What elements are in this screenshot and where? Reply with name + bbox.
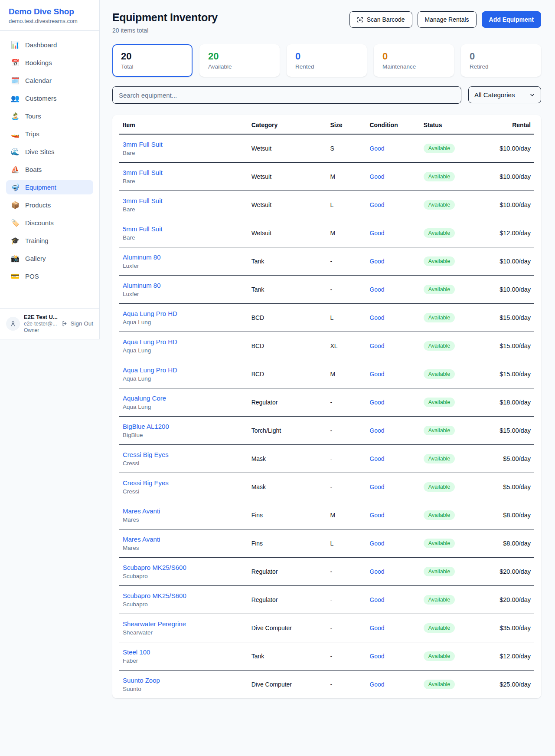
item-name-link[interactable]: Suunto Zoop — [123, 677, 245, 684]
condition-link[interactable]: Good — [369, 596, 384, 603]
category-select[interactable]: All Categories — [468, 86, 541, 103]
condition-link[interactable]: Good — [369, 314, 384, 321]
search-input[interactable] — [112, 86, 461, 104]
brand-name[interactable]: Demo Dive Shop — [9, 7, 91, 16]
status-badge: Available — [424, 172, 455, 181]
condition-link[interactable]: Good — [369, 286, 384, 293]
rental-price: $25.00/day — [486, 671, 534, 699]
sidebar-item-tours[interactable]: 🏝️ Tours — [6, 109, 93, 123]
stat-card-total[interactable]: 20 Total — [112, 44, 193, 77]
item-name-link[interactable]: 5mm Full Suit — [123, 225, 245, 233]
stat-card-maintenance[interactable]: 0 Maintenance — [374, 44, 454, 77]
sidebar-item-equipment[interactable]: 🤿 Equipment — [6, 180, 93, 194]
sidebar-item-bookings[interactable]: 📅 Bookings — [6, 56, 93, 70]
condition-link[interactable]: Good — [369, 540, 384, 547]
sidebar-item-customers[interactable]: 👥 Customers — [6, 91, 93, 105]
item-name-link[interactable]: Aqualung Core — [123, 394, 245, 402]
item-name-link[interactable]: Cressi Big Eyes — [123, 451, 245, 458]
rental-price: $12.00/day — [486, 219, 534, 247]
condition-link[interactable]: Good — [369, 455, 384, 462]
condition-link[interactable]: Good — [369, 201, 384, 208]
condition-link[interactable]: Good — [369, 681, 384, 688]
sidebar: Demo Dive Shop demo.test.divestreams.com… — [0, 0, 100, 339]
training-cap-icon: 🎓 — [11, 237, 20, 245]
toolbar-actions: Scan Barcode Manage Rentals Add Equipmen… — [349, 11, 541, 28]
status-badge: Available — [424, 256, 455, 266]
item-name-link[interactable]: Aqua Lung Pro HD — [123, 366, 245, 374]
stat-card-available[interactable]: 20 Available — [199, 44, 280, 77]
item-category: Tank — [248, 642, 327, 671]
sidebar-item-dive-sites[interactable]: 🌊 Dive Sites — [6, 145, 93, 159]
condition-link[interactable]: Good — [369, 568, 384, 575]
condition-link[interactable]: Good — [369, 258, 384, 265]
item-name-link[interactable]: Aluminum 80 — [123, 282, 245, 289]
item-name-link[interactable]: Aqua Lung Pro HD — [123, 310, 245, 317]
condition-link[interactable]: Good — [369, 625, 384, 631]
sidebar-item-boats[interactable]: ⛵ Boats — [6, 162, 93, 177]
condition-link[interactable]: Good — [369, 230, 384, 237]
manage-rentals-button[interactable]: Manage Rentals — [418, 11, 477, 28]
item-size: - — [326, 247, 366, 276]
item-name-link[interactable]: Shearwater Peregrine — [123, 620, 245, 628]
sidebar-item-pos[interactable]: 💳 POS — [6, 269, 93, 283]
item-name-link[interactable]: Aluminum 80 — [123, 253, 245, 261]
condition-link[interactable]: Good — [369, 342, 384, 349]
item-name-link[interactable]: Mares Avanti — [123, 507, 245, 515]
condition-link[interactable]: Good — [369, 145, 384, 152]
status-badge: Available — [424, 144, 455, 153]
condition-link[interactable]: Good — [369, 512, 384, 519]
sign-out-button[interactable]: Sign Out — [62, 320, 93, 327]
equipment-table-card: ItemCategorySizeConditionStatusRental 3m… — [112, 115, 541, 698]
sidebar-item-trips[interactable]: 🚤 Trips — [6, 127, 93, 141]
sidebar-item-dashboard[interactable]: 📊 Dashboard — [6, 38, 93, 52]
user-name: E2E Test U... — [24, 314, 58, 321]
stat-card-retired[interactable]: 0 Retired — [461, 44, 541, 77]
item-name-link[interactable]: Aqua Lung Pro HD — [123, 338, 245, 345]
item-name-link[interactable]: Mares Avanti — [123, 536, 245, 543]
condition-link[interactable]: Good — [369, 483, 384, 490]
condition-link[interactable]: Good — [369, 399, 384, 406]
rental-price: $15.00/day — [486, 417, 534, 445]
equipment-mask-icon: 🤿 — [11, 183, 20, 191]
column-header-rental: Rental — [486, 115, 534, 134]
item-size: M — [326, 501, 366, 529]
item-name-link[interactable]: 3mm Full Suit — [123, 141, 245, 148]
sidebar-item-gallery[interactable]: 📸 Gallery — [6, 251, 93, 266]
item-category: Wetsuit — [248, 163, 327, 191]
item-name-link[interactable]: 3mm Full Suit — [123, 169, 245, 176]
condition-link[interactable]: Good — [369, 371, 384, 378]
sidebar-item-products[interactable]: 📦 Products — [6, 198, 93, 212]
item-name-link[interactable]: Scubapro MK25/S600 — [123, 592, 245, 599]
condition-link[interactable]: Good — [369, 653, 384, 660]
condition-link[interactable]: Good — [369, 427, 384, 434]
stat-card-rented[interactable]: 0 Rented — [287, 44, 367, 77]
item-name-link[interactable]: 3mm Full Suit — [123, 197, 245, 204]
item-size: L — [326, 529, 366, 558]
status-badge: Available — [424, 482, 455, 492]
trips-boat-icon: 🚤 — [11, 130, 20, 138]
rental-price: $15.00/day — [486, 304, 534, 332]
item-name-link[interactable]: Cressi Big Eyes — [123, 479, 245, 486]
add-equipment-button[interactable]: Add Equipment — [482, 11, 541, 28]
item-size: - — [326, 558, 366, 586]
item-category: Fins — [248, 529, 327, 558]
sidebar-item-training[interactable]: 🎓 Training — [6, 233, 93, 248]
sidebar-item-discounts[interactable]: 🏷️ Discounts — [6, 216, 93, 230]
item-brand: Mares — [123, 545, 245, 551]
status-badge: Available — [424, 369, 455, 379]
status-badge: Available — [424, 510, 455, 520]
table-row: Steel 100 Faber Tank - Good Available $1… — [119, 642, 534, 671]
sidebar-item-calendar[interactable]: 🗓️ Calendar — [6, 73, 93, 88]
condition-link[interactable]: Good — [369, 173, 384, 180]
rental-price: $20.00/day — [486, 558, 534, 586]
status-badge: Available — [424, 341, 455, 351]
item-name-link[interactable]: BigBlue AL1200 — [123, 423, 245, 430]
item-category: Dive Computer — [248, 614, 327, 642]
column-header-size: Size — [326, 115, 366, 134]
user-email: e2e-tester@... — [24, 321, 58, 327]
rental-price: $10.00/day — [486, 247, 534, 276]
item-name-link[interactable]: Scubapro MK25/S600 — [123, 564, 245, 571]
status-badge: Available — [424, 539, 455, 548]
item-name-link[interactable]: Steel 100 — [123, 648, 245, 656]
scan-barcode-button[interactable]: Scan Barcode — [349, 11, 412, 28]
